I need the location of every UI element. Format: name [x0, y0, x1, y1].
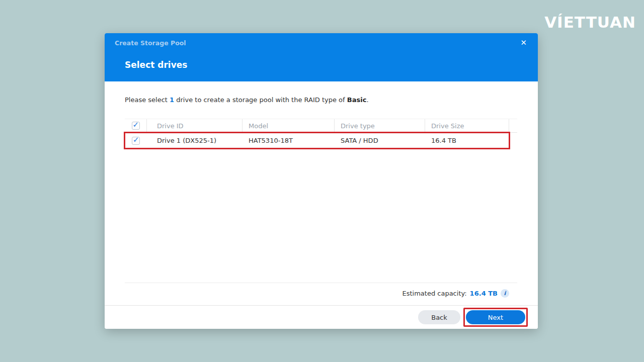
- drive-table-row[interactable]: ✓ Drive 1 (DX525-1) HAT5310-18T SATA / H…: [125, 133, 509, 148]
- step-title: Select drives: [125, 60, 187, 70]
- column-header-drive-id[interactable]: Drive ID: [147, 119, 243, 132]
- header-checkbox-cell: ✓: [125, 119, 147, 132]
- cell-drive-type: SATA / HDD: [335, 133, 425, 148]
- intro-middle: drive to create a storage pool with the …: [174, 96, 347, 104]
- column-header-drive-type[interactable]: Drive type: [335, 119, 425, 132]
- drive-count: 1: [170, 96, 174, 104]
- check-icon: ✓: [133, 120, 139, 129]
- scrollbar-gutter: [509, 119, 517, 132]
- intro-text: Please select 1 drive to create a storag…: [125, 96, 369, 105]
- cell-drive-id: Drive 1 (DX525-1): [147, 133, 243, 148]
- column-header-drive-size[interactable]: Drive Size: [425, 119, 509, 132]
- next-button-annotation: Next: [463, 308, 528, 327]
- viettuan-logo: VÍETTUAN: [544, 13, 636, 31]
- create-storage-pool-dialog: Create Storage Pool ✕ Select drives Plea…: [105, 33, 538, 329]
- cell-model: HAT5310-18T: [243, 133, 335, 148]
- estimated-capacity-label: Estimated capacity:: [402, 290, 466, 297]
- dialog-header: Create Storage Pool ✕ Select drives: [105, 33, 538, 81]
- check-icon: ✓: [133, 135, 139, 144]
- cell-drive-size: 16.4 TB: [425, 133, 509, 148]
- dialog-title: Create Storage Pool: [115, 39, 186, 47]
- dialog-body: Please select 1 drive to create a storag…: [105, 81, 538, 305]
- desktop-background: { "page": { "background_color": "#b4cccd…: [0, 0, 644, 362]
- estimated-capacity: Estimated capacity: 16.4 TB i: [402, 289, 509, 298]
- raid-type: Basic: [347, 96, 367, 104]
- next-button[interactable]: Next: [466, 310, 525, 324]
- dialog-footer: Back Next: [105, 305, 538, 329]
- info-icon[interactable]: i: [501, 289, 509, 298]
- row-checkbox-cell: ✓: [125, 133, 147, 148]
- intro-prefix: Please select: [125, 96, 170, 104]
- back-button[interactable]: Back: [418, 310, 460, 324]
- drive-table: ✓ Drive ID Model Drive type Drive Size ✓…: [125, 119, 517, 283]
- column-header-model[interactable]: Model: [243, 119, 335, 132]
- estimated-capacity-value: 16.4 TB: [470, 290, 498, 297]
- select-all-checkbox[interactable]: ✓: [132, 122, 140, 130]
- drive-table-header: ✓ Drive ID Model Drive type Drive Size: [125, 119, 517, 133]
- close-icon[interactable]: ✕: [520, 38, 527, 47]
- intro-suffix: .: [366, 96, 368, 104]
- drive-checkbox[interactable]: ✓: [132, 137, 140, 145]
